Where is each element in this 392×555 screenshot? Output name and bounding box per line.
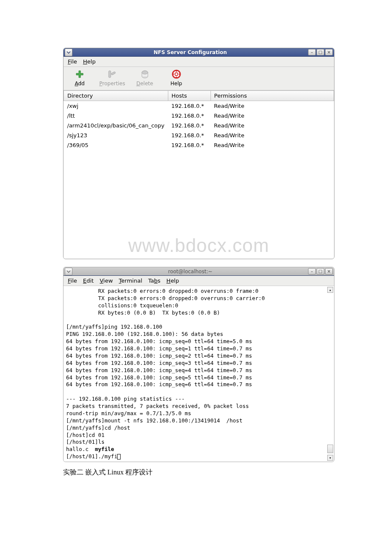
minimize-button[interactable]: – (308, 49, 316, 55)
help-icon (171, 69, 182, 80)
nfs-titlebar: NFS Server Configuration – □ × (63, 48, 334, 57)
menu-edit[interactable]: Edit (83, 278, 94, 284)
toolbar-delete: Delete (133, 69, 157, 87)
window-menu-icon[interactable] (65, 49, 72, 56)
col-hosts[interactable]: Hosts (168, 91, 210, 101)
terminal-output[interactable]: RX packets:0 errors:0 dropped:0 overruns… (63, 286, 334, 462)
minimize-button[interactable]: – (308, 268, 316, 275)
menu-tabs[interactable]: Tabs (148, 278, 161, 284)
terminal-menubar: File Edit View Terminal Tabs Help (63, 276, 334, 286)
menu-help[interactable]: Help (167, 278, 179, 284)
svg-point-5 (175, 73, 178, 76)
nfs-window-title: NFS Server Configuration (74, 49, 307, 55)
terminal-title: root@localhost:~ (74, 269, 307, 275)
svg-rect-0 (109, 71, 111, 78)
cursor-icon (117, 454, 121, 460)
terminal-titlebar: root@localhost:~ – □ × (63, 267, 334, 276)
window-controls: – □ × (307, 49, 334, 55)
toolbar-help[interactable]: Help (164, 69, 188, 87)
delete-icon (139, 69, 150, 80)
close-button[interactable]: × (325, 49, 333, 55)
term-lines: RX packets:0 errors:0 dropped:0 overruns… (66, 288, 265, 445)
nfs-toolbar: Add Properties Delete Help (63, 67, 334, 90)
close-button[interactable]: × (325, 268, 333, 275)
nfs-share-list: Directory Hosts Permissions /xwj 192.168… (63, 90, 334, 259)
toolbar-properties: Properties (99, 69, 125, 87)
svg-point-3 (142, 71, 148, 74)
share-row[interactable]: /sjy123 192.168.0.* Read/Write (64, 130, 334, 140)
watermark-text: www.bdocx.com (63, 235, 334, 256)
prompt-line: [/host/01]./myfi (66, 453, 121, 460)
svg-rect-1 (111, 72, 116, 75)
window-menu-icon[interactable] (65, 268, 72, 275)
scrollbar-thumb[interactable] (327, 445, 333, 453)
maximize-button[interactable]: □ (317, 268, 324, 275)
share-row[interactable]: /ltt 192.168.0.* Read/Write (64, 111, 334, 121)
properties-icon (107, 69, 118, 80)
share-row[interactable]: /369/05 192.168.0.* Read/Write (64, 140, 334, 150)
nfs-menubar: File Help (63, 57, 334, 67)
menu-file[interactable]: File (68, 278, 77, 284)
maximize-button[interactable]: □ (317, 49, 324, 55)
menu-terminal[interactable]: Terminal (119, 278, 142, 284)
menu-help[interactable]: Help (83, 58, 96, 65)
share-row[interactable]: /arm2410cl/exp/basic/06_can_copy 192.168… (64, 121, 334, 130)
scroll-down-button[interactable]: ▾ (327, 455, 333, 461)
menu-view[interactable]: View (100, 278, 113, 284)
toolbar-add[interactable]: Add (68, 69, 92, 87)
ls-output: hallo.c myfile (66, 446, 114, 452)
col-permissions[interactable]: Permissions (210, 91, 334, 101)
add-icon (74, 69, 85, 80)
scroll-up-button[interactable]: ▴ (327, 287, 333, 293)
nfs-config-window: NFS Server Configuration – □ × File Help… (63, 48, 334, 259)
terminal-window: root@localhost:~ – □ × File Edit View Te… (63, 267, 334, 462)
col-directory[interactable]: Directory (64, 91, 168, 101)
window-controls: – □ × (307, 268, 334, 275)
page-caption: 实验二 嵌入式 Linux 程序设计 (63, 468, 334, 477)
share-row[interactable]: /xwj 192.168.0.* Read/Write (64, 101, 334, 111)
menu-file[interactable]: File (68, 58, 77, 65)
